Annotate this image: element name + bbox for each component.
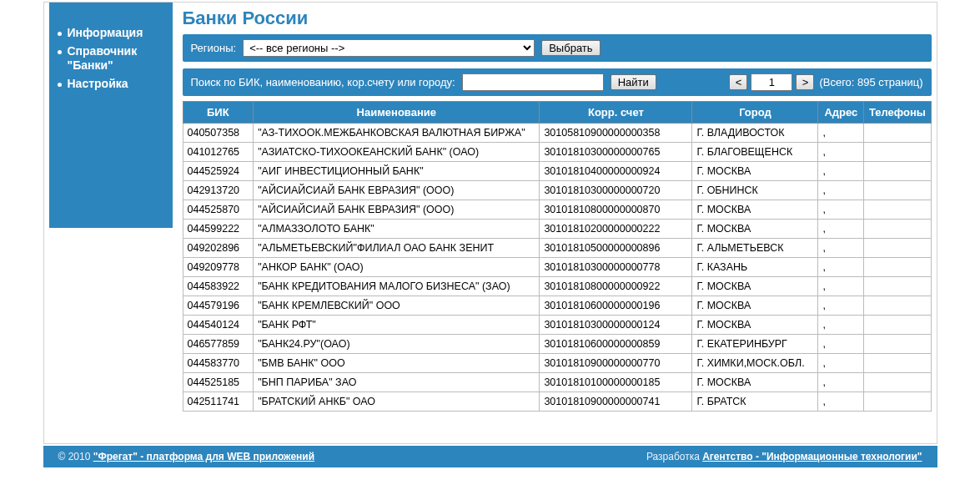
col-name[interactable]: Наименование: [254, 102, 540, 124]
cell-bik: 042913720: [183, 181, 254, 200]
cell-corr: 30101810400000000924: [540, 162, 692, 181]
sidebar-item-banks[interactable]: Справочник "Банки": [56, 44, 166, 73]
footer-left-link[interactable]: "Фрегат" - платформа для WEB приложений: [93, 451, 314, 462]
table-row[interactable]: 044579196"БАНК КРЕМЛЕВСКИЙ" ООО301018106…: [183, 296, 931, 316]
cell-tel: [864, 296, 931, 316]
col-tel[interactable]: Телефоны: [864, 102, 931, 124]
cell-addr: ,: [818, 392, 864, 412]
regions-bar: Регионы: <-- все регионы --> Выбрать: [183, 34, 932, 62]
cell-tel: [864, 258, 931, 277]
table-scroll-area[interactable]: БИК Наименование Корр. счет Город Адрес …: [183, 101, 932, 443]
footer-right-link[interactable]: Агентство - "Информационные технологии": [702, 451, 922, 462]
pager: < > (Всего: 895 страниц): [729, 73, 922, 91]
col-corr[interactable]: Корр. счет: [540, 102, 692, 124]
table-row[interactable]: 040507358"АЗ-ТИХООК.МЕЖБАНКОВСКАЯ ВАЛЮТН…: [183, 124, 931, 143]
footer-right-prefix: Разработка: [646, 451, 702, 462]
cell-tel: [864, 143, 931, 162]
page-title: Банки России: [183, 8, 932, 29]
cell-city: Г. БЛАГОВЕЩЕНСК: [692, 143, 818, 162]
cell-addr: ,: [818, 181, 864, 200]
cell-tel: [864, 373, 931, 392]
table-row[interactable]: 044525185"БНП ПАРИБА" ЗАО301018101000000…: [183, 373, 931, 392]
table-row[interactable]: 049202896"АЛЬМЕТЬЕВСКИЙ"ФИЛИАЛ ОАО БАНК …: [183, 239, 931, 258]
col-bik[interactable]: БИК: [183, 102, 254, 124]
regions-label: Регионы:: [191, 42, 237, 54]
cell-bik: 044525185: [183, 373, 254, 392]
cell-city: Г. МОСКВА: [692, 316, 818, 335]
cell-addr: ,: [818, 373, 864, 392]
cell-name: "БМВ БАНК" ООО: [254, 354, 540, 373]
table-row[interactable]: 042913720"АЙСИАЙСИАЙ БАНК ЕВРАЗИЯ" (ООО)…: [183, 181, 931, 200]
cell-city: Г. МОСКВА: [692, 277, 818, 296]
cell-tel: [864, 181, 931, 200]
cell-bik: 041012765: [183, 143, 254, 162]
cell-tel: [864, 335, 931, 354]
cell-name: "АИГ ИНВЕСТИЦИОННЫЙ БАНК": [254, 162, 540, 181]
table-row[interactable]: 044525870"АЙСИАЙСИАЙ БАНК ЕВРАЗИЯ" (ООО)…: [183, 200, 931, 220]
pager-page-input[interactable]: [751, 73, 792, 91]
pager-prev-button[interactable]: <: [729, 74, 747, 90]
regions-select-button[interactable]: Выбрать: [541, 40, 600, 56]
cell-corr: 30105810900000000358: [540, 124, 692, 143]
cell-bik: 049202896: [183, 239, 254, 258]
cell-city: Г. МОСКВА: [692, 373, 818, 392]
cell-name: "БАНК КРЕМЛЕВСКИЙ" ООО: [254, 296, 540, 316]
cell-name: "БРАТСКИЙ АНКБ" ОАО: [254, 392, 540, 412]
sidebar-item-settings[interactable]: Настройка: [56, 77, 166, 92]
cell-addr: ,: [818, 200, 864, 220]
cell-addr: ,: [818, 258, 864, 277]
cell-bik: 044599222: [183, 220, 254, 239]
cell-tel: [864, 220, 931, 239]
table-row[interactable]: 044583922"БАНК КРЕДИТОВАНИЯ МАЛОГО БИЗНЕ…: [183, 277, 931, 296]
search-label: Поиск по БИК, наименованию, кор.счету ил…: [191, 76, 455, 88]
main-content: Банки России Регионы: <-- все регионы --…: [178, 3, 937, 443]
cell-city: Г. МОСКВА: [692, 162, 818, 181]
cell-name: "АНКОР БАНК" (ОАО): [254, 258, 540, 277]
table-header-row: БИК Наименование Корр. счет Город Адрес …: [183, 102, 931, 124]
cell-addr: ,: [818, 296, 864, 316]
cell-tel: [864, 316, 931, 335]
cell-bik: 044540124: [183, 316, 254, 335]
cell-corr: 30101810100000000185: [540, 373, 692, 392]
cell-city: Г. АЛЬМЕТЬЕВСК: [692, 239, 818, 258]
col-addr[interactable]: Адрес: [818, 102, 864, 124]
col-city[interactable]: Город: [692, 102, 818, 124]
cell-bik: 049209778: [183, 258, 254, 277]
cell-city: Г. МОСКВА: [692, 296, 818, 316]
cell-tel: [864, 392, 931, 412]
sidebar-list: Информация Справочник "Банки" Настройка: [56, 26, 166, 91]
table-row[interactable]: 041012765"АЗИАТСКО-ТИХООКЕАНСКИЙ БАНК" (…: [183, 143, 931, 162]
regions-select[interactable]: <-- все регионы -->: [243, 39, 535, 57]
cell-name: "АЙСИАЙСИАЙ БАНК ЕВРАЗИЯ" (ООО): [254, 181, 540, 200]
cell-bik: 040507358: [183, 124, 254, 143]
cell-bik: 044583922: [183, 277, 254, 296]
cell-name: "АЗИАТСКО-ТИХООКЕАНСКИЙ БАНК" (ОАО): [254, 143, 540, 162]
cell-name: "АЗ-ТИХООК.МЕЖБАНКОВСКАЯ ВАЛЮТНАЯ БИРЖА": [254, 124, 540, 143]
search-bar: Поиск по БИК, наименованию, кор.счету ил…: [183, 68, 932, 96]
cell-name: "БАНК КРЕДИТОВАНИЯ МАЛОГО БИЗНЕСА" (ЗАО): [254, 277, 540, 296]
cell-name: "БАНК24.РУ"(ОАО): [254, 335, 540, 354]
cell-tel: [864, 124, 931, 143]
search-button[interactable]: Найти: [611, 74, 656, 90]
table-row[interactable]: 044599222"АЛМАЗЗОЛОТО БАНК"3010181020000…: [183, 220, 931, 239]
table-row[interactable]: 042511741"БРАТСКИЙ АНКБ" ОАО301018109000…: [183, 392, 931, 412]
table-row[interactable]: 044525924"АИГ ИНВЕСТИЦИОННЫЙ БАНК"301018…: [183, 162, 931, 181]
cell-bik: 044525924: [183, 162, 254, 181]
pager-next-button[interactable]: >: [796, 74, 814, 90]
sidebar: Информация Справочник "Банки" Настройка: [44, 3, 178, 443]
table-row[interactable]: 044540124"БАНК РФТ"30101810300000000124Г…: [183, 316, 931, 335]
table-row[interactable]: 046577859"БАНК24.РУ"(ОАО)301018106000000…: [183, 335, 931, 354]
cell-corr: 30101810300000000778: [540, 258, 692, 277]
cell-city: Г. КАЗАНЬ: [692, 258, 818, 277]
cell-tel: [864, 200, 931, 220]
table-row[interactable]: 049209778"АНКОР БАНК" (ОАО)3010181030000…: [183, 258, 931, 277]
pager-total-label: (Всего: 895 страниц): [819, 76, 922, 88]
search-input[interactable]: [462, 73, 604, 91]
cell-corr: 30101810300000000720: [540, 181, 692, 200]
table-row[interactable]: 044583770"БМВ БАНК" ООО30101810900000000…: [183, 354, 931, 373]
cell-addr: ,: [818, 277, 864, 296]
sidebar-item-info[interactable]: Информация: [56, 26, 166, 41]
cell-tel: [864, 162, 931, 181]
cell-bik: 046577859: [183, 335, 254, 354]
cell-tel: [864, 239, 931, 258]
